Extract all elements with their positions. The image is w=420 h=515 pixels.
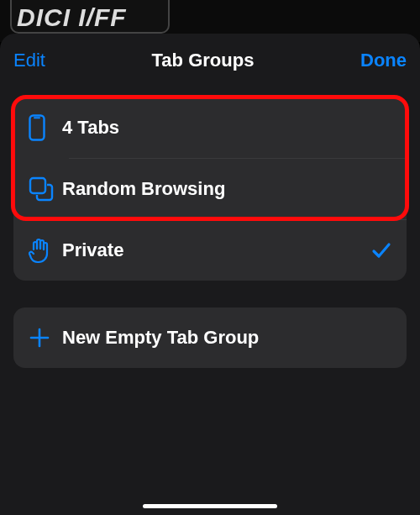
svg-rect-0	[30, 116, 45, 140]
tab-groups-sheet: Edit Tab Groups Done 4 Tabs Random Br	[0, 34, 420, 515]
svg-rect-2	[30, 178, 45, 193]
square-on-square-icon	[29, 176, 62, 202]
new-empty-tab-group-button[interactable]: New Empty Tab Group	[13, 307, 407, 368]
background-tab-text: DICI I/FF	[12, 0, 168, 32]
hand-raised-icon	[29, 237, 62, 264]
checkmark-icon	[371, 240, 391, 260]
edit-button[interactable]: Edit	[13, 50, 45, 71]
tab-group-row-private[interactable]: Private	[13, 220, 407, 281]
plus-icon	[29, 327, 62, 349]
tab-group-row-all-tabs[interactable]: 4 Tabs	[13, 97, 407, 158]
tab-group-label: 4 Tabs	[62, 117, 391, 139]
new-group-label: New Empty Tab Group	[62, 327, 391, 349]
tab-group-row-random-browsing[interactable]: Random Browsing	[13, 159, 407, 219]
tab-group-label: Private	[62, 239, 371, 261]
home-indicator[interactable]	[143, 504, 277, 508]
background-tab-preview: DICI I/FF	[10, 0, 170, 34]
sheet-header: Edit Tab Groups Done	[13, 34, 407, 87]
iphone-icon	[29, 114, 62, 141]
sheet-title: Tab Groups	[152, 50, 255, 71]
tab-groups-list: 4 Tabs Random Browsing P	[13, 97, 407, 281]
tab-group-label: Random Browsing	[62, 178, 391, 200]
done-button[interactable]: Done	[360, 50, 407, 71]
new-group-section: New Empty Tab Group	[13, 307, 407, 368]
